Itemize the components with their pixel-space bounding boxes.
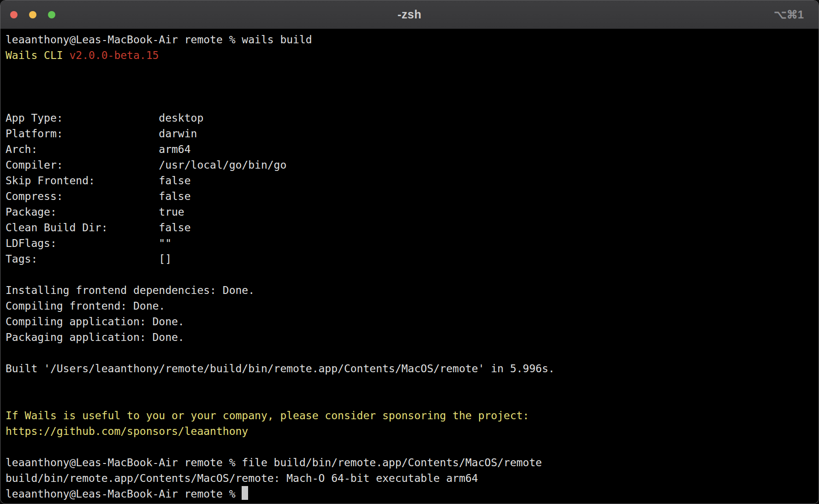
terminal-window: -zsh ⌥⌘1 leaanthony@Leas-MacBook-Air rem…: [0, 0, 819, 504]
tab-shortcut-label: ⌥⌘1: [774, 0, 804, 29]
terminal-line: [6, 267, 814, 282]
terminal-line: Compiling application: Done.: [6, 314, 814, 329]
terminal-line: build/bin/remote.app/Contents/MacOS/remo…: [6, 470, 814, 486]
terminal-line: [6, 345, 814, 361]
terminal-line: LDFlags: "": [6, 235, 814, 251]
terminal-line: Built '/Users/leaanthony/remote/build/bi…: [6, 361, 814, 376]
terminal-line: leaanthony@Leas-MacBook-Air remote % fil…: [6, 455, 814, 470]
terminal-line: Packaging application: Done.: [6, 329, 814, 345]
terminal-line: Compiler: /usr/local/go/bin/go: [6, 157, 814, 173]
terminal-line: Arch: arm64: [6, 141, 814, 157]
minimize-button[interactable]: [29, 11, 36, 18]
terminal-line: [6, 63, 814, 79]
terminal-line: App Type: desktop: [6, 110, 814, 126]
zoom-button[interactable]: [48, 11, 55, 18]
terminal-line: [6, 94, 814, 110]
terminal-line: Installing frontend dependencies: Done.: [6, 282, 814, 298]
terminal-line: Compress: false: [6, 188, 814, 204]
close-button[interactable]: [10, 11, 18, 18]
traffic-lights: [10, 0, 55, 29]
terminal-line: Clean Build Dir: false: [6, 220, 814, 235]
terminal-line: [6, 439, 814, 455]
terminal-screen[interactable]: leaanthony@Leas-MacBook-Air remote % wai…: [0, 29, 819, 502]
terminal-line: If Wails is useful to you or your compan…: [6, 408, 814, 423]
terminal-line: leaanthony@Leas-MacBook-Air remote %: [6, 486, 814, 502]
title-bar[interactable]: -zsh ⌥⌘1: [0, 0, 819, 29]
terminal-line: Compiling frontend: Done.: [6, 298, 814, 314]
terminal-cursor: [242, 486, 248, 500]
terminal-line: Package: true: [6, 204, 814, 220]
terminal-line: [6, 392, 814, 408]
terminal-line: Skip Frontend: false: [6, 173, 814, 188]
terminal-line: [6, 376, 814, 392]
terminal-line: leaanthony@Leas-MacBook-Air remote % wai…: [6, 32, 814, 47]
terminal-line: https://github.com/sponsors/leaanthony: [6, 423, 814, 439]
terminal-line: Wails CLI v2.0.0-beta.15: [6, 47, 814, 63]
terminal-line: Tags: []: [6, 251, 814, 267]
terminal-line: Platform: darwin: [6, 126, 814, 141]
window-title: -zsh: [398, 8, 421, 21]
terminal-line: [6, 79, 814, 94]
